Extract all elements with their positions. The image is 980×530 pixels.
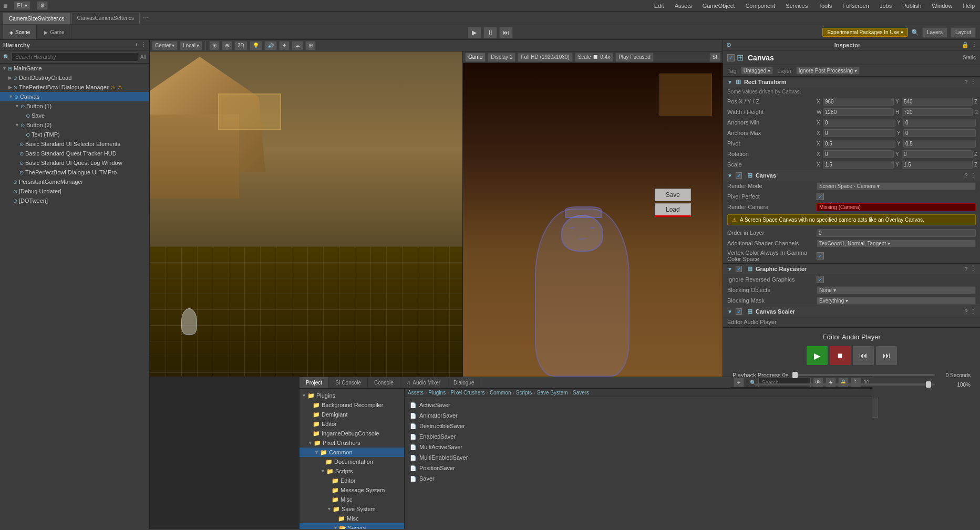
file-positionsaver[interactable]: 📄 PositionSaver <box>408 463 869 473</box>
blocking-objects-dropdown[interactable]: None ▾ <box>817 286 976 294</box>
toolbar-el-btn[interactable]: EL ▾ <box>14 1 30 10</box>
menu-gameobject[interactable]: GameObject <box>700 2 737 10</box>
layers-dropdown[interactable]: Layers <box>922 27 947 38</box>
rot-x-input[interactable] <box>823 150 894 158</box>
hierarchy-search-input[interactable] <box>12 52 138 61</box>
tab-game[interactable]: ▶ Game <box>38 25 71 39</box>
audio-play-btn[interactable]: ▶ <box>807 346 828 365</box>
menu-tools[interactable]: Tools <box>816 2 834 10</box>
hierarchy-item-persistant[interactable]: ▶ ⊙ PersistantGameManager <box>0 177 149 186</box>
cs-enable-toggle[interactable] <box>736 308 742 315</box>
pivot-x-input[interactable] <box>823 140 895 148</box>
file-multiactivesaver[interactable]: 📄 MultiActiveSaver <box>408 442 869 452</box>
hierarchy-item-maingame[interactable]: ▼ ⊞ MainGame <box>0 64 149 73</box>
menu-help[interactable]: Help <box>961 2 977 10</box>
pivot-toggle[interactable]: Center ▾ <box>152 41 178 50</box>
blueprint-icon[interactable]: ⊡ <box>974 109 978 115</box>
tab-project[interactable]: Project <box>300 377 329 388</box>
eye-icon-btn[interactable]: 👁 <box>813 378 823 387</box>
hierarchy-item-save[interactable]: ▶ ⊙ Save <box>0 111 149 120</box>
blocking-mask-dropdown[interactable]: Everything ▾ <box>817 297 976 305</box>
step-button[interactable]: ⏭ <box>499 27 513 38</box>
transform-tools[interactable]: ⊕ <box>222 41 232 50</box>
anchor-max-y-input[interactable] <box>903 129 976 137</box>
folder-misc-top[interactable]: ▶ 📁 Misc <box>300 495 404 504</box>
menu-window[interactable]: Window <box>930 2 954 10</box>
gr-settings-icon[interactable]: ⋮ <box>970 266 976 273</box>
audio-progress-slider[interactable] <box>792 374 935 376</box>
inspector-menu-icon[interactable]: ⋮ <box>971 41 977 48</box>
canvas-settings-icon[interactable]: ⋮ <box>970 172 976 179</box>
canvas-enable-toggle[interactable] <box>736 172 742 179</box>
file-activesaver[interactable]: 📄 ActiveSaver <box>408 400 869 410</box>
folder-misc-sub[interactable]: ▶ 📁 Misc <box>300 514 404 523</box>
tab-dialogue[interactable]: Dialogue <box>447 377 481 388</box>
audio-stop-btn[interactable]: ■ <box>830 346 851 365</box>
layout-dropdown[interactable]: Layout <box>951 27 976 38</box>
canvas-help-icon[interactable]: ? <box>964 172 968 179</box>
experimental-packages-btn[interactable]: Experimental Packages In Use ▾ <box>822 28 908 37</box>
display-selector[interactable]: Display 1 <box>488 53 515 62</box>
hierarchy-item-selector[interactable]: ▶ ⊙ Basic Standard UI Selector Elements <box>0 139 149 149</box>
gr-enable-toggle[interactable] <box>736 266 742 272</box>
breadcrumb-savesystem[interactable]: Save System <box>537 390 568 396</box>
folder-editor-scripts[interactable]: ▶ 📁 Editor <box>300 476 404 485</box>
render-mode-dropdown[interactable]: Screen Space - Camera ▾ <box>817 182 976 190</box>
hierarchy-add-btn[interactable]: + <box>135 41 138 48</box>
resolution-selector[interactable]: Full HD (1920x1080) <box>518 53 572 62</box>
scale-y-input[interactable] <box>902 161 973 169</box>
scene-viewport[interactable]: < Persp Game Display 1 Full HD (1920x108… <box>150 51 723 377</box>
cs-settings-icon[interactable]: ⋮ <box>970 308 976 315</box>
scale-x-input[interactable] <box>823 161 894 169</box>
folder-message-system[interactable]: ▶ 📁 Message System <box>300 485 404 495</box>
additional-shader-dropdown[interactable]: TexCoord1, Normal, Tangent ▾ <box>817 240 976 247</box>
gr-help-icon[interactable]: ? <box>964 266 968 273</box>
file-enabledsaver[interactable]: 📄 EnabledSaver <box>408 432 869 441</box>
vertex-color-checkbox[interactable] <box>817 252 824 259</box>
anchor-min-x-input[interactable] <box>823 119 895 127</box>
audio-prev-btn[interactable]: ⏮ <box>853 346 874 365</box>
hierarchy-item-dotween[interactable]: ▶ ⊙ [DOTween] <box>0 196 149 205</box>
skybox-toggle[interactable]: ☁ <box>292 41 303 50</box>
tag-dropdown[interactable]: Untagged ▾ <box>741 67 773 75</box>
menu-fullscreen[interactable]: Fullscreen <box>840 2 871 10</box>
folder-savers[interactable]: ▼ 📂 Savers <box>300 523 404 529</box>
hierarchy-item-texttmp[interactable]: ▶ ⊙ Text (TMP) <box>0 130 149 139</box>
file-animatorsaver[interactable]: 📄 AnimatorSaver <box>408 411 869 420</box>
audio-toggle[interactable]: 🔊 <box>264 41 277 50</box>
pref-icon-btn[interactable]: ⚙ <box>37 1 48 10</box>
transform-toggle[interactable]: Local ▾ <box>180 41 202 50</box>
folder-documentation[interactable]: ▶ 📁 Documentation <box>300 457 404 466</box>
menu-jobs[interactable]: Jobs <box>878 2 894 10</box>
anchor-max-x-input[interactable] <box>823 129 895 137</box>
anchor-min-y-input[interactable] <box>903 119 976 127</box>
folder-bg-recompiler[interactable]: ▶ 📁 Background Recompiler <box>300 400 404 410</box>
width-input[interactable] <box>823 108 894 116</box>
hierarchy-item-debugupdater[interactable]: ▶ ⊙ [Debug Updater] <box>0 186 149 196</box>
tab-audio-mixer[interactable]: ♫ Audio Mixer <box>400 377 447 388</box>
breadcrumb-pixelcrushers[interactable]: Pixel Crushers <box>451 390 485 396</box>
file-multienabledsaver[interactable]: 📄 MultiEnabledSaver <box>408 453 869 462</box>
menu-component[interactable]: Component <box>743 2 777 10</box>
game-stats-btn[interactable]: St <box>709 53 720 62</box>
height-input[interactable] <box>902 108 973 116</box>
menu-services[interactable]: Services <box>783 2 810 10</box>
hierarchy-item-quest-tracker[interactable]: ▶ ⊙ Basic Standard Quest Tracker HUD <box>0 149 149 158</box>
object-active-toggle[interactable] <box>727 54 735 61</box>
render-camera-value[interactable]: Missing (Camera) <box>817 203 976 211</box>
project-search-input[interactable] <box>758 378 811 387</box>
breadcrumb-common[interactable]: Common <box>490 390 511 396</box>
pivot-y-input[interactable] <box>903 140 976 148</box>
graphic-raycaster-header[interactable]: ▼ ⊞ Graphic Raycaster ? ⋮ <box>723 264 980 274</box>
hierarchy-item-dontdestroy[interactable]: ▶ ⊙ DontDestroyOnLoad <box>0 73 149 82</box>
folder-plugins[interactable]: ▼ 📁 Plugins <box>300 391 404 400</box>
pixel-perfect-checkbox[interactable] <box>817 193 824 200</box>
two-d-toggle[interactable]: 2D <box>234 41 247 50</box>
breadcrumb-assets[interactable]: Assets <box>408 390 424 396</box>
load-game-btn[interactable]: Load <box>655 203 691 217</box>
folder-common[interactable]: ▼ 📁 Common <box>300 448 404 457</box>
hierarchy-item-button1[interactable]: ▼ ⊙ Button (1) <box>0 101 149 111</box>
script-tab-canvascamerasetter[interactable]: CanvasCameraSetter.cs <box>71 13 140 24</box>
order-in-layer-input[interactable] <box>817 229 976 237</box>
folder-demigiant[interactable]: ▶ 📁 Demigiant <box>300 410 404 419</box>
